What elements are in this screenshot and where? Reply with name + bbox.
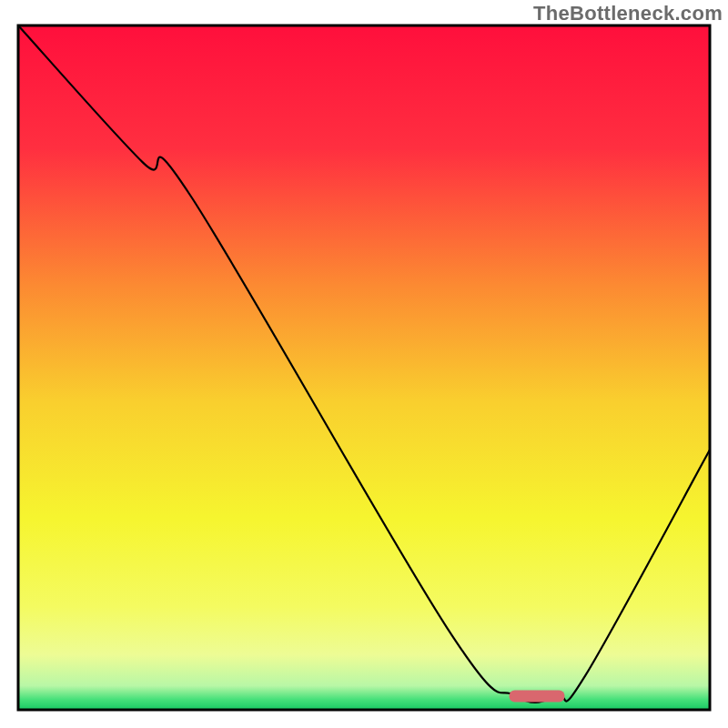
optimal-range-marker — [510, 690, 565, 702]
watermark-text: TheBottleneck.com — [533, 2, 723, 25]
gradient-background — [18, 25, 710, 710]
bottleneck-chart — [0, 0, 728, 728]
chart-container: TheBottleneck.com — [0, 0, 728, 728]
